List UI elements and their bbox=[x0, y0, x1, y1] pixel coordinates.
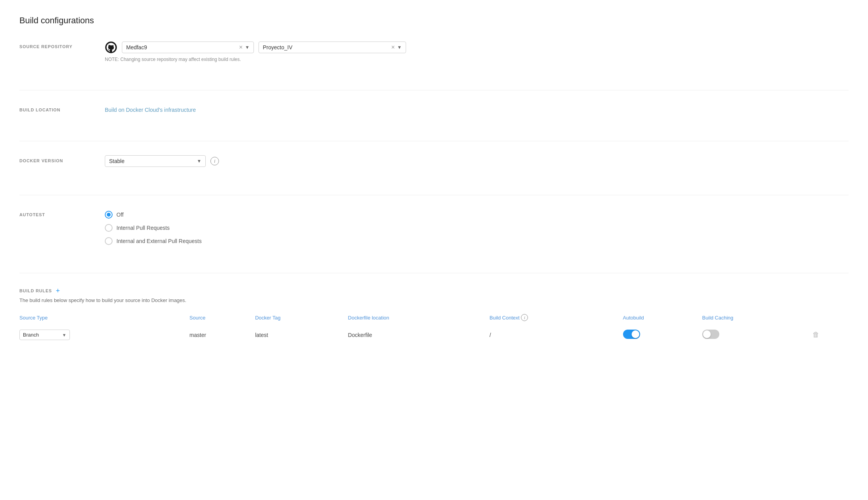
repo-select[interactable]: Proyecto_IV × ▼ bbox=[259, 42, 406, 53]
th-build-caching: Build Caching bbox=[702, 311, 813, 325]
td-build-context: / bbox=[490, 325, 623, 345]
autobuild-toggle[interactable] bbox=[623, 330, 640, 339]
td-build-caching bbox=[702, 325, 813, 345]
repo-arrow-icon: ▼ bbox=[397, 45, 402, 50]
source-type-arrow-icon: ▼ bbox=[62, 333, 66, 337]
th-actions bbox=[812, 311, 849, 325]
autotest-section: AUTOTEST Off Internal Pull Requests Inte… bbox=[19, 209, 849, 259]
build-rules-section: BUILD RULES + The build rules below spec… bbox=[19, 287, 849, 345]
autotest-option-internal-pr[interactable]: Internal Pull Requests bbox=[105, 224, 849, 232]
autotest-label: AUTOTEST bbox=[19, 209, 105, 217]
build-location-value: Build on Docker Cloud's infrastructure bbox=[105, 104, 849, 113]
autotest-option-off[interactable]: Off bbox=[105, 211, 849, 219]
th-docker-tag: Docker Tag bbox=[255, 311, 348, 325]
docker-version-row: Stable ▼ i bbox=[105, 155, 849, 167]
autotest-option-all-pr[interactable]: Internal and External Pull Requests bbox=[105, 237, 849, 245]
source-value: master bbox=[189, 332, 206, 338]
page-title: Build configurations bbox=[19, 16, 849, 26]
build-location-content: Build on Docker Cloud's infrastructure bbox=[105, 104, 849, 113]
repo-row: Medfac9 × ▼ Proyecto_IV × ▼ bbox=[105, 41, 849, 54]
autotest-label-internal-pr: Internal Pull Requests bbox=[116, 225, 170, 231]
org-select[interactable]: Medfac9 × ▼ bbox=[122, 42, 254, 53]
docker-version-value: Stable bbox=[109, 158, 197, 164]
repo-select-value: Proyecto_IV bbox=[263, 44, 391, 50]
org-clear-icon[interactable]: × bbox=[239, 44, 243, 50]
dockerfile-location-value: Dockerfile bbox=[348, 332, 372, 338]
table-row: Branch ▼ master latest Dockerfile / bbox=[19, 325, 849, 345]
td-docker-tag: latest bbox=[255, 325, 348, 345]
divider-2 bbox=[19, 141, 849, 141]
docker-tag-value: latest bbox=[255, 332, 268, 338]
build-rules-title: BUILD RULES bbox=[19, 288, 52, 293]
docker-version-content: Stable ▼ i bbox=[105, 155, 849, 167]
autotest-radio-inner-off bbox=[107, 213, 111, 217]
source-repository-label: SOURCE REPOSITORY bbox=[19, 41, 105, 49]
build-location-section: BUILD LOCATION Build on Docker Cloud's i… bbox=[19, 104, 849, 127]
td-source-type: Branch ▼ bbox=[19, 325, 189, 345]
th-source-type: Source Type bbox=[19, 311, 189, 325]
add-rule-button[interactable]: + bbox=[56, 287, 60, 294]
td-source: master bbox=[189, 325, 255, 345]
autotest-radio-off[interactable] bbox=[105, 211, 113, 219]
autotest-radio-group: Off Internal Pull Requests Internal and … bbox=[105, 209, 849, 245]
docker-version-select[interactable]: Stable ▼ bbox=[105, 155, 206, 167]
build-rules-description: The build rules below specify how to bui… bbox=[19, 297, 849, 303]
org-arrow-icon: ▼ bbox=[245, 45, 250, 50]
td-dockerfile-location: Dockerfile bbox=[348, 325, 490, 345]
github-icon bbox=[105, 41, 117, 54]
docker-version-arrow-icon: ▼ bbox=[197, 158, 201, 164]
build-context-value: / bbox=[490, 332, 491, 338]
divider-1 bbox=[19, 90, 849, 90]
docker-version-section: DOCKER VERSION Stable ▼ i bbox=[19, 155, 849, 181]
build-context-info-icon[interactable]: i bbox=[521, 314, 528, 321]
source-repo-note: NOTE: Changing source repository may aff… bbox=[105, 57, 849, 62]
docker-version-label: DOCKER VERSION bbox=[19, 155, 105, 163]
td-delete: 🗑 bbox=[812, 325, 849, 345]
th-build-context-label: Build Context bbox=[490, 315, 519, 321]
divider-4 bbox=[19, 273, 849, 273]
build-location-label: BUILD LOCATION bbox=[19, 104, 105, 112]
th-source: Source bbox=[189, 311, 255, 325]
source-type-value: Branch bbox=[23, 332, 60, 338]
td-autobuild bbox=[623, 325, 702, 345]
delete-rule-icon[interactable]: 🗑 bbox=[812, 331, 819, 339]
build-rules-header: BUILD RULES + bbox=[19, 287, 849, 294]
th-autobuild: Autobuild bbox=[623, 311, 702, 325]
autotest-label-all-pr: Internal and External Pull Requests bbox=[116, 238, 201, 244]
build-caching-toggle-knob bbox=[703, 330, 711, 338]
table-header-row: Source Type Source Docker Tag Dockerfile… bbox=[19, 311, 849, 325]
autotest-content: Off Internal Pull Requests Internal and … bbox=[105, 209, 849, 245]
autobuild-toggle-knob bbox=[632, 330, 639, 338]
build-rules-table: Source Type Source Docker Tag Dockerfile… bbox=[19, 311, 849, 345]
autotest-radio-all-pr[interactable] bbox=[105, 237, 113, 245]
docker-version-info-icon[interactable]: i bbox=[210, 157, 219, 165]
repo-clear-icon[interactable]: × bbox=[391, 44, 395, 50]
org-select-value: Medfac9 bbox=[126, 44, 239, 50]
autotest-radio-internal-pr[interactable] bbox=[105, 224, 113, 232]
th-dockerfile-location: Dockerfile location bbox=[348, 311, 490, 325]
build-caching-toggle[interactable] bbox=[702, 330, 719, 339]
source-repository-content: Medfac9 × ▼ Proyecto_IV × ▼ NOTE: Changi… bbox=[105, 41, 849, 62]
divider-3 bbox=[19, 195, 849, 195]
th-build-context: Build Context i bbox=[490, 311, 623, 325]
autotest-label-off: Off bbox=[116, 212, 123, 218]
source-type-select[interactable]: Branch ▼ bbox=[19, 330, 70, 340]
page-container: Build configurations SOURCE REPOSITORY M… bbox=[0, 0, 868, 500]
source-repository-section: SOURCE REPOSITORY Medfac9 × ▼ Proyecto_I… bbox=[19, 41, 849, 76]
